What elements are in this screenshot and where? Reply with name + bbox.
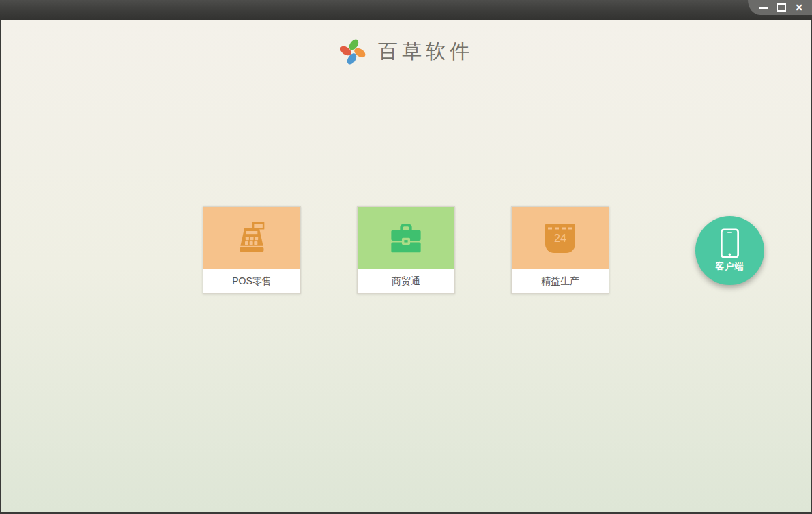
card-label: POS零售 (203, 269, 300, 293)
app-title: 百草软件 (378, 38, 474, 65)
product-card-lean-production[interactable]: 24 精益生产 (511, 206, 609, 294)
product-card-pos-retail[interactable]: POS零售 (203, 206, 301, 294)
app-window: ✕ 百草软件 (0, 0, 812, 514)
calendar-day: 24 (554, 232, 566, 244)
card-tile: 24 (512, 207, 609, 269)
titlebar[interactable]: ✕ (0, 0, 812, 20)
minimize-icon (759, 7, 768, 9)
window-controls: ✕ (748, 0, 812, 15)
maximize-button[interactable] (775, 1, 787, 14)
cash-register-icon (235, 220, 269, 256)
pinwheel-logo-icon (338, 37, 367, 66)
calendar-icon: 24 (545, 223, 576, 253)
smartphone-icon (721, 228, 739, 258)
main-content: 百草软件 (0, 20, 812, 514)
close-icon: ✕ (795, 3, 803, 12)
minimize-button[interactable] (757, 1, 770, 14)
card-label: 商贸通 (358, 269, 454, 293)
client-label: 客户端 (716, 260, 744, 273)
card-tile (358, 207, 454, 269)
maximize-icon (777, 3, 786, 12)
card-tile (203, 207, 300, 269)
card-label: 精益生产 (512, 269, 609, 293)
close-button[interactable]: ✕ (793, 1, 805, 14)
briefcase-icon (388, 223, 424, 254)
client-button[interactable]: 客户端 (695, 216, 764, 285)
product-card-trade[interactable]: 商贸通 (357, 206, 455, 294)
app-header: 百草软件 (1, 37, 811, 66)
